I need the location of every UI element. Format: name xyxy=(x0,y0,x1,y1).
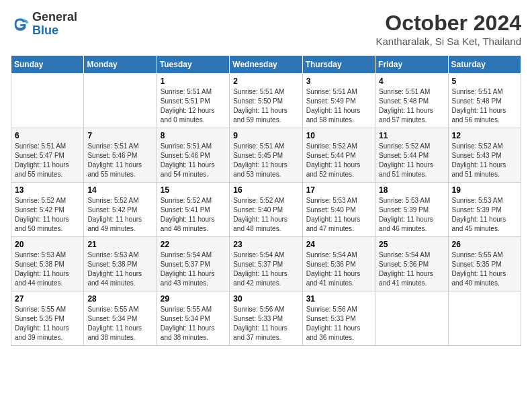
day-info: Sunrise: 5:56 AMSunset: 5:33 PMDaylight:… xyxy=(233,305,298,342)
day-number: 12 xyxy=(452,131,517,140)
day-info: Sunrise: 5:51 AMSunset: 5:46 PMDaylight:… xyxy=(87,142,152,179)
calendar-cell: 21Sunrise: 5:53 AMSunset: 5:38 PMDayligh… xyxy=(84,237,157,291)
day-info: Sunrise: 5:51 AMSunset: 5:48 PMDaylight:… xyxy=(452,87,517,125)
calendar-table: SundayMondayTuesdayWednesdayThursdayFrid… xyxy=(11,55,521,346)
day-number: 16 xyxy=(233,185,298,195)
calendar-cell: 18Sunrise: 5:53 AMSunset: 5:39 PMDayligh… xyxy=(375,183,448,237)
day-number: 22 xyxy=(161,240,226,249)
logo-blue-text: Blue xyxy=(32,24,58,37)
day-number: 21 xyxy=(87,240,152,249)
day-number: 3 xyxy=(306,77,371,86)
logo-icon xyxy=(11,15,30,34)
weekday-header-sunday: Sunday xyxy=(11,56,84,74)
day-number: 25 xyxy=(379,240,444,249)
page-header: General Blue October 2024 Kantharalak, S… xyxy=(11,11,521,47)
day-info: Sunrise: 5:53 AMSunset: 5:40 PMDaylight:… xyxy=(306,196,371,234)
calendar-cell: 25Sunrise: 5:54 AMSunset: 5:36 PMDayligh… xyxy=(375,237,448,291)
day-number: 10 xyxy=(306,131,371,140)
calendar-cell: 8Sunrise: 5:51 AMSunset: 5:46 PMDaylight… xyxy=(157,128,229,183)
day-info: Sunrise: 5:55 AMSunset: 5:34 PMDaylight:… xyxy=(87,305,152,342)
day-info: Sunrise: 5:53 AMSunset: 5:39 PMDaylight:… xyxy=(452,196,517,234)
calendar-cell xyxy=(448,291,521,346)
logo-general-text: General xyxy=(32,10,77,24)
weekday-header-thursday: Thursday xyxy=(302,56,375,74)
day-number: 28 xyxy=(87,294,152,304)
weekday-header-monday: Monday xyxy=(84,56,157,74)
location-title: Kantharalak, Si Sa Ket, Thailand xyxy=(375,36,521,47)
calendar-cell: 6Sunrise: 5:51 AMSunset: 5:47 PMDaylight… xyxy=(11,128,84,183)
day-number: 24 xyxy=(306,240,371,249)
calendar-cell: 1Sunrise: 5:51 AMSunset: 5:51 PMDaylight… xyxy=(157,74,229,128)
calendar-cell: 28Sunrise: 5:55 AMSunset: 5:34 PMDayligh… xyxy=(84,291,157,346)
title-block: October 2024 Kantharalak, Si Sa Ket, Tha… xyxy=(375,11,521,47)
day-number: 11 xyxy=(379,131,444,140)
day-info: Sunrise: 5:51 AMSunset: 5:46 PMDaylight:… xyxy=(161,142,226,179)
day-number: 2 xyxy=(233,77,298,86)
calendar-cell: 7Sunrise: 5:51 AMSunset: 5:46 PMDaylight… xyxy=(84,128,157,183)
calendar-cell: 3Sunrise: 5:51 AMSunset: 5:49 PMDaylight… xyxy=(302,74,375,128)
day-number: 15 xyxy=(161,185,226,195)
day-number: 8 xyxy=(161,131,226,140)
calendar-cell: 23Sunrise: 5:54 AMSunset: 5:37 PMDayligh… xyxy=(230,237,302,291)
day-info: Sunrise: 5:52 AMSunset: 5:43 PMDaylight:… xyxy=(452,142,517,179)
weekday-header-tuesday: Tuesday xyxy=(157,56,229,74)
day-info: Sunrise: 5:55 AMSunset: 5:35 PMDaylight:… xyxy=(15,305,80,342)
calendar-cell: 27Sunrise: 5:55 AMSunset: 5:35 PMDayligh… xyxy=(11,291,84,346)
week-row-3: 13Sunrise: 5:52 AMSunset: 5:42 PMDayligh… xyxy=(11,183,521,237)
calendar-cell: 24Sunrise: 5:54 AMSunset: 5:36 PMDayligh… xyxy=(302,237,375,291)
calendar-cell: 26Sunrise: 5:55 AMSunset: 5:35 PMDayligh… xyxy=(448,237,521,291)
day-number: 23 xyxy=(233,240,298,249)
weekday-header-row: SundayMondayTuesdayWednesdayThursdayFrid… xyxy=(11,56,521,74)
day-number: 13 xyxy=(15,185,80,195)
calendar-cell: 19Sunrise: 5:53 AMSunset: 5:39 PMDayligh… xyxy=(448,183,521,237)
day-number: 29 xyxy=(161,294,226,304)
calendar-cell: 29Sunrise: 5:55 AMSunset: 5:34 PMDayligh… xyxy=(157,291,229,346)
day-info: Sunrise: 5:52 AMSunset: 5:44 PMDaylight:… xyxy=(306,142,371,179)
day-info: Sunrise: 5:55 AMSunset: 5:34 PMDaylight:… xyxy=(161,305,226,342)
day-info: Sunrise: 5:51 AMSunset: 5:48 PMDaylight:… xyxy=(379,87,444,125)
calendar-cell: 4Sunrise: 5:51 AMSunset: 5:48 PMDaylight… xyxy=(375,74,448,128)
day-number: 14 xyxy=(87,185,152,195)
day-number: 27 xyxy=(15,294,80,304)
day-number: 9 xyxy=(233,131,298,140)
day-info: Sunrise: 5:52 AMSunset: 5:42 PMDaylight:… xyxy=(87,196,152,234)
week-row-2: 6Sunrise: 5:51 AMSunset: 5:47 PMDaylight… xyxy=(11,128,521,183)
day-info: Sunrise: 5:53 AMSunset: 5:38 PMDaylight:… xyxy=(87,250,152,288)
day-number: 1 xyxy=(161,77,226,86)
calendar-cell: 20Sunrise: 5:53 AMSunset: 5:38 PMDayligh… xyxy=(11,237,84,291)
calendar-cell: 15Sunrise: 5:52 AMSunset: 5:41 PMDayligh… xyxy=(157,183,229,237)
day-info: Sunrise: 5:51 AMSunset: 5:50 PMDaylight:… xyxy=(233,87,298,125)
calendar-cell: 22Sunrise: 5:54 AMSunset: 5:37 PMDayligh… xyxy=(157,237,229,291)
week-row-4: 20Sunrise: 5:53 AMSunset: 5:38 PMDayligh… xyxy=(11,237,521,291)
calendar-cell: 17Sunrise: 5:53 AMSunset: 5:40 PMDayligh… xyxy=(302,183,375,237)
day-info: Sunrise: 5:52 AMSunset: 5:40 PMDaylight:… xyxy=(233,196,298,234)
weekday-header-friday: Friday xyxy=(375,56,448,74)
calendar-cell: 30Sunrise: 5:56 AMSunset: 5:33 PMDayligh… xyxy=(230,291,302,346)
calendar-cell xyxy=(84,74,157,128)
calendar-cell: 13Sunrise: 5:52 AMSunset: 5:42 PMDayligh… xyxy=(11,183,84,237)
day-number: 6 xyxy=(15,131,80,140)
day-number: 5 xyxy=(452,77,517,86)
day-number: 26 xyxy=(452,240,517,249)
day-info: Sunrise: 5:54 AMSunset: 5:37 PMDaylight:… xyxy=(161,250,226,288)
calendar-cell xyxy=(375,291,448,346)
day-number: 4 xyxy=(379,77,444,86)
calendar-cell: 14Sunrise: 5:52 AMSunset: 5:42 PMDayligh… xyxy=(84,183,157,237)
calendar-cell: 16Sunrise: 5:52 AMSunset: 5:40 PMDayligh… xyxy=(230,183,302,237)
weekday-header-saturday: Saturday xyxy=(448,56,521,74)
day-info: Sunrise: 5:51 AMSunset: 5:51 PMDaylight:… xyxy=(161,87,226,125)
day-info: Sunrise: 5:54 AMSunset: 5:36 PMDaylight:… xyxy=(306,250,371,288)
day-info: Sunrise: 5:52 AMSunset: 5:42 PMDaylight:… xyxy=(15,196,80,234)
weekday-header-wednesday: Wednesday xyxy=(230,56,302,74)
calendar-cell: 2Sunrise: 5:51 AMSunset: 5:50 PMDaylight… xyxy=(230,74,302,128)
day-info: Sunrise: 5:56 AMSunset: 5:33 PMDaylight:… xyxy=(306,305,371,342)
day-number: 18 xyxy=(379,185,444,195)
day-info: Sunrise: 5:54 AMSunset: 5:37 PMDaylight:… xyxy=(233,250,298,288)
day-info: Sunrise: 5:55 AMSunset: 5:35 PMDaylight:… xyxy=(452,250,517,288)
day-info: Sunrise: 5:51 AMSunset: 5:45 PMDaylight:… xyxy=(233,142,298,179)
day-number: 20 xyxy=(15,240,80,249)
day-info: Sunrise: 5:53 AMSunset: 5:38 PMDaylight:… xyxy=(15,250,80,288)
logo: General Blue xyxy=(11,11,77,38)
calendar-cell: 11Sunrise: 5:52 AMSunset: 5:44 PMDayligh… xyxy=(375,128,448,183)
day-info: Sunrise: 5:51 AMSunset: 5:49 PMDaylight:… xyxy=(306,87,371,125)
